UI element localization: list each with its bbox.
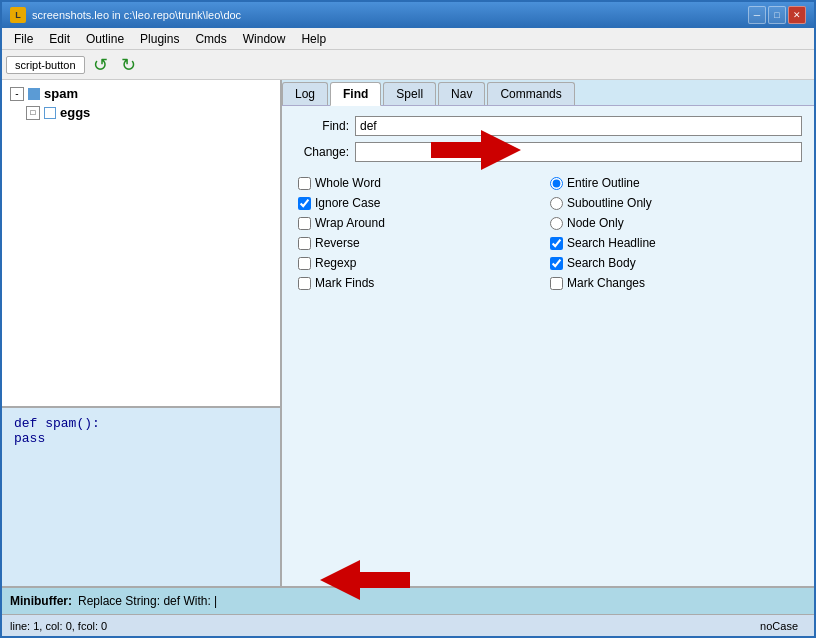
search-headline-label[interactable]: Search Headline — [567, 236, 656, 250]
back-button[interactable]: ↺ — [89, 53, 113, 77]
mark-changes-row: Mark Changes — [550, 276, 802, 290]
menu-plugins[interactable]: Plugins — [132, 30, 187, 48]
search-headline-checkbox[interactable] — [550, 237, 563, 250]
menu-cmds[interactable]: Cmds — [187, 30, 234, 48]
tree-item-eggs[interactable]: □ eggs — [6, 103, 276, 122]
tree-label-eggs: eggs — [60, 105, 90, 120]
tree-label-spam: spam — [44, 86, 78, 101]
tab-nav[interactable]: Nav — [438, 82, 485, 105]
find-panel: Find: Change: — [282, 106, 814, 300]
tree-expander-eggs[interactable]: □ — [26, 106, 40, 120]
ignore-case-row: Ignore Case — [298, 196, 550, 210]
change-row: Change: — [294, 142, 802, 162]
wrap-around-label[interactable]: Wrap Around — [315, 216, 385, 230]
script-button[interactable]: script-button — [6, 56, 85, 74]
node-only-label[interactable]: Node Only — [567, 216, 624, 230]
body-text-area[interactable]: def spam(): pass — [2, 406, 280, 586]
toolbar: script-button ↺ ↻ — [2, 50, 814, 80]
search-body-label[interactable]: Search Body — [567, 256, 636, 270]
reverse-row: Reverse — [298, 236, 550, 250]
mark-changes-checkbox[interactable] — [550, 277, 563, 290]
close-button[interactable]: ✕ — [788, 6, 806, 24]
menu-outline[interactable]: Outline — [78, 30, 132, 48]
change-input[interactable] — [355, 142, 802, 162]
wrap-around-checkbox[interactable] — [298, 217, 311, 230]
change-label: Change: — [294, 145, 349, 159]
outline-tree: - spam □ eggs — [2, 80, 280, 406]
menu-file[interactable]: File — [6, 30, 41, 48]
node-only-radio[interactable] — [550, 217, 563, 230]
mark-finds-label[interactable]: Mark Finds — [315, 276, 374, 290]
menu-edit[interactable]: Edit — [41, 30, 78, 48]
tab-spell[interactable]: Spell — [383, 82, 436, 105]
ignore-case-label[interactable]: Ignore Case — [315, 196, 380, 210]
tab-log[interactable]: Log — [282, 82, 328, 105]
entire-outline-row: Entire Outline — [550, 176, 802, 190]
content-area: - spam □ eggs def spam(): pass — [2, 80, 814, 586]
title-bar-left: L screenshots.leo in c:\leo.repo\trunk\l… — [10, 7, 241, 23]
reverse-checkbox[interactable] — [298, 237, 311, 250]
regexp-checkbox[interactable] — [298, 257, 311, 270]
tree-icon-spam — [28, 88, 40, 100]
title-bar: L screenshots.leo in c:\leo.repo\trunk\l… — [2, 2, 814, 28]
entire-outline-radio[interactable] — [550, 177, 563, 190]
find-input[interactable] — [355, 116, 802, 136]
options-col1: Whole Word Ignore Case Wrap Around — [298, 176, 550, 290]
forward-button[interactable]: ↻ — [117, 53, 141, 77]
mark-finds-checkbox[interactable] — [298, 277, 311, 290]
status-left: line: 1, col: 0, fcol: 0 — [10, 620, 107, 632]
node-only-row: Node Only — [550, 216, 802, 230]
search-headline-row: Search Headline — [550, 236, 802, 250]
right-panel: Log Find Spell Nav Commands Find: — [282, 80, 814, 586]
suboutline-only-radio[interactable] — [550, 197, 563, 210]
options-grid: Whole Word Ignore Case Wrap Around — [294, 176, 802, 290]
reverse-label[interactable]: Reverse — [315, 236, 360, 250]
minibuffer-bar: Minibuffer: — [2, 586, 814, 614]
tabs-bar: Log Find Spell Nav Commands — [282, 80, 814, 106]
tree-expander-spam[interactable]: - — [10, 87, 24, 101]
tab-find[interactable]: Find — [330, 82, 381, 106]
wrap-around-row: Wrap Around — [298, 216, 550, 230]
regexp-label[interactable]: Regexp — [315, 256, 356, 270]
status-bar: line: 1, col: 0, fcol: 0 noCase — [2, 614, 814, 636]
window-title: screenshots.leo in c:\leo.repo\trunk\leo… — [32, 9, 241, 21]
mark-finds-row: Mark Finds — [298, 276, 550, 290]
mark-changes-label[interactable]: Mark Changes — [567, 276, 645, 290]
suboutline-only-label[interactable]: Suboutline Only — [567, 196, 652, 210]
search-body-checkbox[interactable] — [550, 257, 563, 270]
ignore-case-checkbox[interactable] — [298, 197, 311, 210]
whole-word-row: Whole Word — [298, 176, 550, 190]
whole-word-label[interactable]: Whole Word — [315, 176, 381, 190]
menu-help[interactable]: Help — [293, 30, 334, 48]
minibuffer-input[interactable] — [78, 594, 806, 608]
menu-window[interactable]: Window — [235, 30, 294, 48]
whole-word-checkbox[interactable] — [298, 177, 311, 190]
body-line1: def spam(): — [14, 416, 268, 431]
menu-bar: File Edit Outline Plugins Cmds Window He… — [2, 28, 814, 50]
search-body-row: Search Body — [550, 256, 802, 270]
tree-icon-eggs — [44, 107, 56, 119]
minibuffer-label: Minibuffer: — [10, 594, 72, 608]
status-right: noCase — [760, 620, 806, 632]
body-line2: pass — [14, 431, 268, 446]
minimize-button[interactable]: ─ — [748, 6, 766, 24]
regexp-row: Regexp — [298, 256, 550, 270]
maximize-button[interactable]: □ — [768, 6, 786, 24]
find-row: Find: — [294, 116, 802, 136]
options-col2: Entire Outline Suboutline Only Node Only — [550, 176, 802, 290]
entire-outline-label[interactable]: Entire Outline — [567, 176, 640, 190]
tree-item-spam[interactable]: - spam — [6, 84, 276, 103]
left-panel: - spam □ eggs def spam(): pass — [2, 80, 282, 586]
tab-commands[interactable]: Commands — [487, 82, 574, 105]
app-icon: L — [10, 7, 26, 23]
find-label: Find: — [294, 119, 349, 133]
suboutline-only-row: Suboutline Only — [550, 196, 802, 210]
app-window: L screenshots.leo in c:\leo.repo\trunk\l… — [0, 0, 816, 638]
title-bar-controls: ─ □ ✕ — [748, 6, 806, 24]
